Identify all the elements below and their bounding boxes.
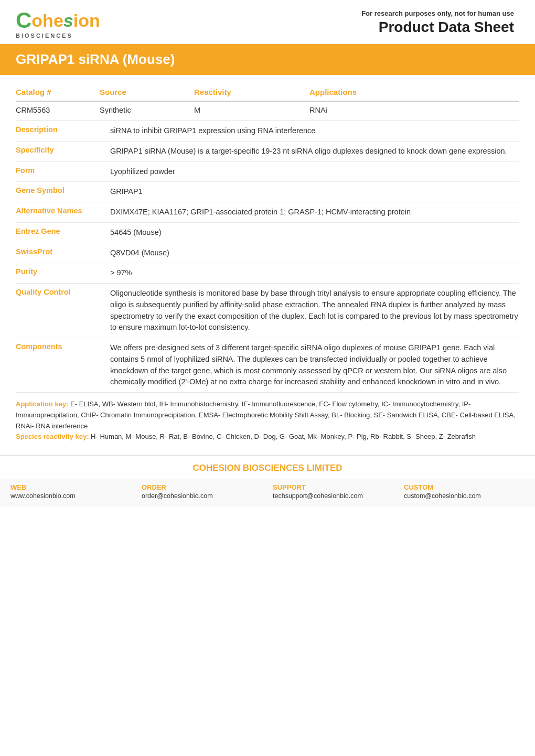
footer-custom-label: CUSTOM <box>404 483 525 491</box>
alt-names-label: Alternative Names <box>16 207 110 215</box>
entrez-row: Entrez Gene 54645 (Mouse) <box>16 223 519 243</box>
footer-support: SUPPORT techsupport@cohesionbio.com <box>268 483 399 500</box>
footer-web-label: WEB <box>10 483 131 491</box>
species-key-label: Species reactivity key: <box>16 433 89 440</box>
specificity-row: Specificity GRIPAP1 siRNA (Mouse) is a t… <box>16 142 519 162</box>
components-label: Components <box>16 342 110 351</box>
specificity-label: Specificity <box>16 146 110 154</box>
logo-slash: s <box>63 10 73 31</box>
footer-web-value[interactable]: www.cohesionbio.com <box>10 492 131 500</box>
header-right: For research purposes only, not for huma… <box>361 9 514 36</box>
table-row: CRM5563 Synthetic M RNAi <box>16 102 519 121</box>
col-catalog: Catalog # <box>16 88 100 96</box>
logo: C ohe s ion BIOSCIENCES <box>16 9 100 39</box>
footer-order-label: ORDER <box>142 483 262 491</box>
applications-value: RNAi <box>309 106 519 114</box>
app-key-label: Application key: <box>16 400 68 408</box>
col-applications: Applications <box>309 88 519 96</box>
product-banner: GRIPAP1 siRNA (Mouse) <box>0 44 535 75</box>
footer-support-label: SUPPORT <box>273 483 393 491</box>
footer-order-value[interactable]: order@cohesionbio.com <box>142 492 262 500</box>
logo-c: C <box>16 9 31 31</box>
alt-names-row: Alternative Names DXIMX47E; KIAA1167; GR… <box>16 202 519 223</box>
footer-custom: CUSTOM custom@cohesionbio.com <box>399 483 530 500</box>
catalog-value: CRM5563 <box>16 106 100 114</box>
logo-ohe: ohe <box>31 10 63 31</box>
entrez-value: 54645 (Mouse) <box>110 227 519 239</box>
col-reactivity: Reactivity <box>194 88 309 96</box>
form-label: Form <box>16 166 110 175</box>
research-note: For research purposes only, not for huma… <box>361 9 514 17</box>
purity-row: Purity > 97% <box>16 263 519 284</box>
description-row: Description siRNA to inhibit GRIPAP1 exp… <box>16 121 519 142</box>
description-label: Description <box>16 125 110 134</box>
source-value: Synthetic <box>100 106 194 114</box>
main-content: Catalog # Source Reactivity Applications… <box>0 80 535 451</box>
app-key-section: Application key: E- ELISA, WB- Western b… <box>16 393 519 446</box>
species-key-text: H- Human, M- Mouse, R- Rat, B- Bovine, C… <box>91 433 476 440</box>
footer-custom-value[interactable]: custom@cohesionbio.com <box>404 492 525 500</box>
qc-value: Oligonucleotide synthesis is monitored b… <box>110 288 519 333</box>
footer-order: ORDER order@cohesionbio.com <box>136 483 268 500</box>
swissprot-value: Q8VD04 (Mouse) <box>110 247 519 259</box>
specificity-value: GRIPAP1 siRNA (Mouse) is a target-specif… <box>110 146 519 157</box>
qc-row: Quality Control Oligonucleotide synthesi… <box>16 284 519 338</box>
components-row: Components We offers pre-designed sets o… <box>16 338 519 393</box>
page-title: Product Data Sheet <box>361 19 514 36</box>
product-name: GRIPAP1 siRNA (Mouse) <box>16 51 519 68</box>
reactivity-value: M <box>194 106 309 114</box>
gene-symbol-row: Gene Symbol GRIPAP1 <box>16 182 519 202</box>
logo-biosciences: BIOSCIENCES <box>16 33 100 39</box>
purity-label: Purity <box>16 267 110 276</box>
components-value: We offers pre-designed sets of 3 differe… <box>110 342 519 388</box>
description-value: siRNA to inhibit GRIPAP1 expression usin… <box>110 125 519 137</box>
purity-value: > 97% <box>110 267 519 279</box>
col-source: Source <box>100 88 194 96</box>
footer-company-name: COHESION BIOSCIENCES LIMITED <box>0 455 535 479</box>
form-value: Lyophilized powder <box>110 166 519 178</box>
form-row: Form Lyophilized powder <box>16 162 519 182</box>
swissprot-row: SwissProt Q8VD04 (Mouse) <box>16 243 519 264</box>
footer-links: WEB www.cohesionbio.com ORDER order@cohe… <box>0 479 535 507</box>
alt-names-value: DXIMX47E; KIAA1167; GRIP1-associated pro… <box>110 207 519 218</box>
qc-label: Quality Control <box>16 288 110 296</box>
footer-web: WEB www.cohesionbio.com <box>5 483 136 500</box>
table-header: Catalog # Source Reactivity Applications <box>16 80 519 102</box>
header: C ohe s ion BIOSCIENCES For research pur… <box>0 0 535 44</box>
gene-symbol-value: GRIPAP1 <box>110 186 519 198</box>
logo-ion: ion <box>73 10 100 31</box>
app-key-text: E- ELISA, WB- Western blot, IH- Immunohi… <box>16 400 516 430</box>
entrez-label: Entrez Gene <box>16 227 110 235</box>
footer-support-value[interactable]: techsupport@cohesionbio.com <box>273 492 393 500</box>
gene-symbol-label: Gene Symbol <box>16 186 110 195</box>
swissprot-label: SwissProt <box>16 247 110 256</box>
